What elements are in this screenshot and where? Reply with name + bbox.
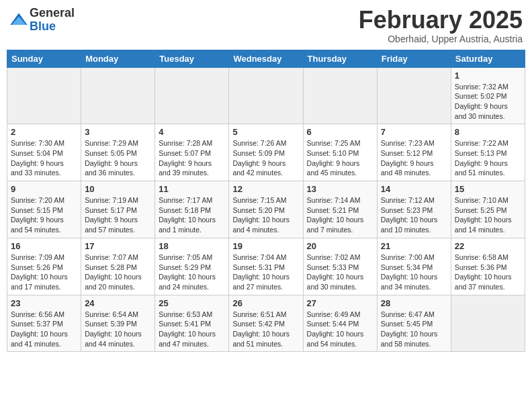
calendar-cell: 1Sunrise: 7:32 AM Sunset: 5:02 PM Daylig… bbox=[451, 67, 525, 124]
day-number: 25 bbox=[159, 298, 225, 308]
col-header-sunday: Sunday bbox=[7, 50, 81, 67]
day-info: Sunrise: 7:04 AM Sunset: 5:31 PM Dayligh… bbox=[232, 253, 299, 292]
day-number: 16 bbox=[11, 241, 77, 251]
day-info: Sunrise: 6:47 AM Sunset: 5:45 PM Dayligh… bbox=[381, 310, 447, 349]
col-header-tuesday: Tuesday bbox=[155, 50, 229, 67]
day-number: 23 bbox=[11, 298, 77, 308]
calendar-cell: 19Sunrise: 7:04 AM Sunset: 5:31 PM Dayli… bbox=[229, 238, 303, 295]
calendar-cell bbox=[451, 295, 525, 352]
col-header-thursday: Thursday bbox=[303, 50, 377, 67]
day-number: 21 bbox=[381, 241, 447, 251]
logo-text: General Blue bbox=[30, 7, 75, 34]
calendar-cell bbox=[7, 67, 81, 124]
calendar-cell bbox=[229, 67, 303, 124]
day-number: 1 bbox=[455, 71, 521, 81]
col-header-friday: Friday bbox=[377, 50, 451, 67]
day-number: 6 bbox=[307, 127, 373, 137]
calendar-cell: 25Sunrise: 6:53 AM Sunset: 5:41 PM Dayli… bbox=[155, 295, 229, 352]
calendar-cell: 8Sunrise: 7:22 AM Sunset: 5:13 PM Daylig… bbox=[451, 124, 525, 181]
day-info: Sunrise: 6:54 AM Sunset: 5:39 PM Dayligh… bbox=[85, 310, 151, 349]
day-info: Sunrise: 6:58 AM Sunset: 5:36 PM Dayligh… bbox=[455, 253, 521, 292]
day-number: 14 bbox=[381, 184, 447, 194]
logo: General Blue bbox=[9, 7, 75, 34]
calendar-cell: 21Sunrise: 7:00 AM Sunset: 5:34 PM Dayli… bbox=[377, 238, 451, 295]
day-number: 28 bbox=[381, 298, 447, 308]
location-subtitle: Oberhaid, Upper Austria, Austria bbox=[359, 34, 523, 44]
calendar-cell: 26Sunrise: 6:51 AM Sunset: 5:42 PM Dayli… bbox=[229, 295, 303, 352]
day-number: 3 bbox=[85, 127, 151, 137]
calendar-week-0: 1Sunrise: 7:32 AM Sunset: 5:02 PM Daylig… bbox=[7, 67, 525, 124]
day-info: Sunrise: 7:30 AM Sunset: 5:04 PM Dayligh… bbox=[11, 138, 77, 178]
day-info: Sunrise: 6:51 AM Sunset: 5:42 PM Dayligh… bbox=[232, 310, 299, 349]
calendar-cell: 5Sunrise: 7:26 AM Sunset: 5:09 PM Daylig… bbox=[229, 124, 303, 181]
day-info: Sunrise: 7:25 AM Sunset: 5:10 PM Dayligh… bbox=[307, 138, 373, 178]
day-info: Sunrise: 6:49 AM Sunset: 5:44 PM Dayligh… bbox=[307, 310, 373, 349]
logo-general: General bbox=[30, 7, 75, 20]
day-info: Sunrise: 7:14 AM Sunset: 5:21 PM Dayligh… bbox=[307, 195, 373, 235]
day-number: 5 bbox=[232, 127, 299, 137]
calendar-week-4: 23Sunrise: 6:56 AM Sunset: 5:37 PM Dayli… bbox=[7, 295, 525, 352]
day-number: 8 bbox=[455, 127, 521, 137]
day-number: 9 bbox=[11, 184, 77, 194]
day-number: 12 bbox=[232, 184, 299, 194]
calendar-cell: 18Sunrise: 7:05 AM Sunset: 5:29 PM Dayli… bbox=[155, 238, 229, 295]
calendar-cell: 12Sunrise: 7:15 AM Sunset: 5:20 PM Dayli… bbox=[229, 181, 303, 238]
calendar-cell bbox=[377, 67, 451, 124]
day-number: 2 bbox=[11, 127, 77, 137]
day-info: Sunrise: 7:28 AM Sunset: 5:07 PM Dayligh… bbox=[159, 138, 225, 178]
day-info: Sunrise: 7:02 AM Sunset: 5:33 PM Dayligh… bbox=[307, 253, 373, 292]
calendar-cell bbox=[155, 67, 229, 124]
day-info: Sunrise: 7:17 AM Sunset: 5:18 PM Dayligh… bbox=[159, 195, 225, 235]
calendar-cell: 3Sunrise: 7:29 AM Sunset: 5:05 PM Daylig… bbox=[81, 124, 155, 181]
day-number: 19 bbox=[232, 241, 299, 251]
day-info: Sunrise: 7:29 AM Sunset: 5:05 PM Dayligh… bbox=[85, 138, 151, 178]
calendar-cell: 27Sunrise: 6:49 AM Sunset: 5:44 PM Dayli… bbox=[303, 295, 377, 352]
calendar-week-3: 16Sunrise: 7:09 AM Sunset: 5:26 PM Dayli… bbox=[7, 238, 525, 295]
day-info: Sunrise: 7:05 AM Sunset: 5:29 PM Dayligh… bbox=[159, 253, 225, 292]
day-info: Sunrise: 7:19 AM Sunset: 5:17 PM Dayligh… bbox=[85, 195, 151, 235]
calendar-header-row: SundayMondayTuesdayWednesdayThursdayFrid… bbox=[7, 50, 525, 67]
month-title: February 2025 bbox=[359, 7, 523, 34]
calendar-cell bbox=[81, 67, 155, 124]
day-number: 20 bbox=[307, 241, 373, 251]
day-number: 17 bbox=[85, 241, 151, 251]
day-info: Sunrise: 7:09 AM Sunset: 5:26 PM Dayligh… bbox=[11, 253, 77, 292]
col-header-wednesday: Wednesday bbox=[229, 50, 303, 67]
day-number: 26 bbox=[232, 298, 299, 308]
calendar-cell: 17Sunrise: 7:07 AM Sunset: 5:28 PM Dayli… bbox=[81, 238, 155, 295]
calendar-cell: 11Sunrise: 7:17 AM Sunset: 5:18 PM Dayli… bbox=[155, 181, 229, 238]
calendar-cell: 20Sunrise: 7:02 AM Sunset: 5:33 PM Dayli… bbox=[303, 238, 377, 295]
day-number: 10 bbox=[85, 184, 151, 194]
day-number: 15 bbox=[455, 184, 521, 194]
day-info: Sunrise: 7:10 AM Sunset: 5:25 PM Dayligh… bbox=[455, 195, 521, 235]
day-number: 13 bbox=[307, 184, 373, 194]
logo-blue: Blue bbox=[30, 20, 75, 34]
day-info: Sunrise: 7:23 AM Sunset: 5:12 PM Dayligh… bbox=[381, 138, 447, 178]
day-info: Sunrise: 7:00 AM Sunset: 5:34 PM Dayligh… bbox=[381, 253, 447, 292]
col-header-monday: Monday bbox=[81, 50, 155, 67]
day-number: 11 bbox=[159, 184, 225, 194]
calendar-cell: 15Sunrise: 7:10 AM Sunset: 5:25 PM Dayli… bbox=[451, 181, 525, 238]
calendar-cell: 28Sunrise: 6:47 AM Sunset: 5:45 PM Dayli… bbox=[377, 295, 451, 352]
day-info: Sunrise: 7:32 AM Sunset: 5:02 PM Dayligh… bbox=[455, 82, 521, 122]
day-info: Sunrise: 7:15 AM Sunset: 5:20 PM Dayligh… bbox=[232, 195, 299, 235]
calendar-table: SundayMondayTuesdayWednesdayThursdayFrid… bbox=[7, 50, 525, 353]
day-info: Sunrise: 6:53 AM Sunset: 5:41 PM Dayligh… bbox=[159, 310, 225, 349]
calendar-cell: 23Sunrise: 6:56 AM Sunset: 5:37 PM Dayli… bbox=[7, 295, 81, 352]
calendar-week-1: 2Sunrise: 7:30 AM Sunset: 5:04 PM Daylig… bbox=[7, 124, 525, 181]
day-info: Sunrise: 7:20 AM Sunset: 5:15 PM Dayligh… bbox=[11, 195, 77, 235]
col-header-saturday: Saturday bbox=[451, 50, 525, 67]
day-number: 24 bbox=[85, 298, 151, 308]
calendar-cell: 6Sunrise: 7:25 AM Sunset: 5:10 PM Daylig… bbox=[303, 124, 377, 181]
day-info: Sunrise: 6:56 AM Sunset: 5:37 PM Dayligh… bbox=[11, 310, 77, 349]
calendar-cell: 9Sunrise: 7:20 AM Sunset: 5:15 PM Daylig… bbox=[7, 181, 81, 238]
day-number: 22 bbox=[455, 241, 521, 251]
day-number: 27 bbox=[307, 298, 373, 308]
calendar-cell: 24Sunrise: 6:54 AM Sunset: 5:39 PM Dayli… bbox=[81, 295, 155, 352]
calendar-cell: 22Sunrise: 6:58 AM Sunset: 5:36 PM Dayli… bbox=[451, 238, 525, 295]
day-info: Sunrise: 7:12 AM Sunset: 5:23 PM Dayligh… bbox=[381, 195, 447, 235]
calendar-cell: 14Sunrise: 7:12 AM Sunset: 5:23 PM Dayli… bbox=[377, 181, 451, 238]
day-info: Sunrise: 7:22 AM Sunset: 5:13 PM Dayligh… bbox=[455, 138, 521, 178]
calendar-cell: 7Sunrise: 7:23 AM Sunset: 5:12 PM Daylig… bbox=[377, 124, 451, 181]
calendar-cell: 13Sunrise: 7:14 AM Sunset: 5:21 PM Dayli… bbox=[303, 181, 377, 238]
